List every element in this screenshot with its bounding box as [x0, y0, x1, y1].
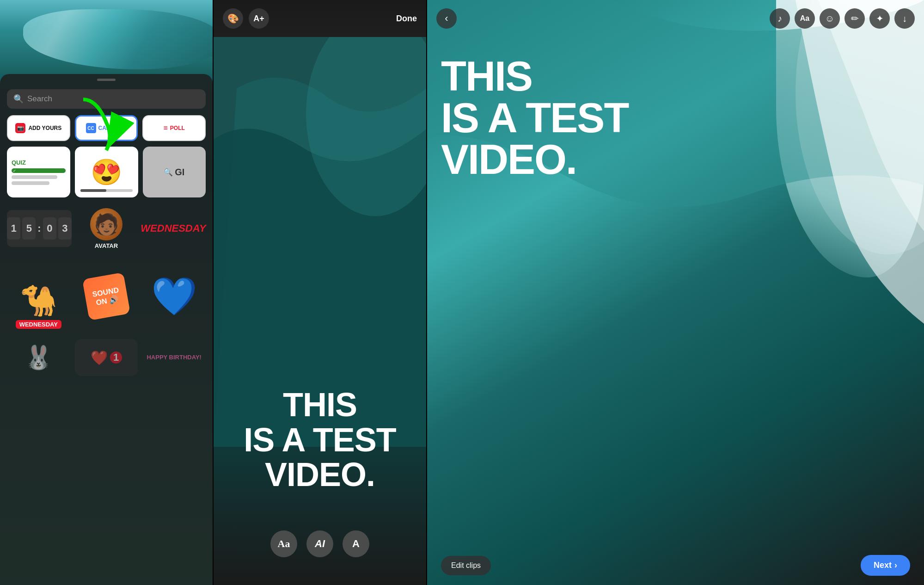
- sticker-add-yours[interactable]: 📷 ADD YOURS: [7, 115, 70, 141]
- download-icon: ↓: [902, 13, 907, 24]
- download-button[interactable]: ↓: [894, 8, 915, 29]
- quiz-label: QUIZ: [12, 159, 66, 166]
- poll-label: POLL: [170, 125, 185, 131]
- preview-bottom-bar: Edit clips Next ›: [427, 555, 924, 576]
- effects-button[interactable]: ✦: [869, 8, 890, 29]
- search-icon: 🔍: [13, 94, 24, 104]
- sticker-row-3: 1 5 : 0 3 🧑🏾 AVATAR WEDNESDAY: [7, 203, 206, 254]
- music-button[interactable]: ♪: [770, 8, 790, 29]
- timer-digit-m2: 3: [58, 217, 72, 240]
- back-chevron-icon: ‹: [445, 12, 448, 25]
- timer-digit-h1: 1: [7, 217, 20, 240]
- drag-handle[interactable]: [97, 79, 116, 81]
- heart-notif-icon: ❤️: [91, 350, 108, 366]
- preview-back-button[interactable]: ‹: [436, 8, 457, 29]
- caption-line2: IS A TEST: [227, 423, 412, 458]
- sound-inner: SOUNDON 🔊: [82, 272, 130, 320]
- sticker-rabbit[interactable]: 🐰: [7, 339, 70, 376]
- sticker-blue-heart[interactable]: 💙: [142, 264, 206, 329]
- text-button[interactable]: Aa: [795, 8, 815, 29]
- preview-tool-group: ♪ Aa ☺ ✏ ✦ ↓: [770, 8, 915, 29]
- editor-tool-group-left: 🎨 A+: [223, 8, 269, 29]
- emoji-face: 😍: [91, 157, 122, 187]
- editor-caption: THIS IS A TEST VIDEO.: [214, 388, 426, 493]
- preview-caption-line3: VIDEO.: [441, 139, 910, 180]
- gif-search-icon: 🔍: [164, 168, 173, 177]
- poll-icon: ≡: [164, 124, 168, 132]
- editor-caption-text: THIS IS A TEST VIDEO.: [227, 388, 412, 493]
- next-button-label: Next: [874, 560, 892, 570]
- pen-icon: ✏: [851, 13, 859, 24]
- happy-birthday-text: HAPPY BIRTHDAY!: [147, 354, 201, 362]
- gif-label: GI: [175, 167, 184, 178]
- rabbit-ears-emoji: 🐰: [24, 344, 53, 371]
- sparkle-icon: ✦: [876, 13, 884, 24]
- caption-line1: THIS: [227, 388, 412, 423]
- preview-caption-line2: IS A TEST: [441, 97, 910, 139]
- color-wheel-icon: 🎨: [227, 13, 239, 24]
- font-style-aa-button[interactable]: Aa: [270, 530, 297, 557]
- preview-caption-line1: THIS: [441, 55, 910, 97]
- sticker-row-4: 🐪 WEDNESDAY SOUNDON 🔊 💙: [7, 264, 206, 329]
- draw-button[interactable]: ✏: [844, 8, 865, 29]
- camera-icon: 📷: [15, 123, 25, 133]
- timer-digit-h2: 5: [22, 217, 36, 240]
- green-arrow-pointer: [69, 95, 134, 161]
- sticker-quiz[interactable]: QUIZ ✓: [7, 147, 70, 197]
- sound-text: SOUNDON 🔊: [92, 285, 121, 308]
- preview-toolbar: ‹ ♪ Aa ☺ ✏ ✦ ↓: [427, 8, 924, 29]
- preview-caption: THIS IS A TEST VIDEO.: [441, 55, 910, 180]
- sticker-avatar[interactable]: 🧑🏾 AVATAR: [76, 203, 136, 254]
- wednesday-text: WEDNESDAY: [141, 222, 206, 234]
- face-icon: ☺: [825, 13, 834, 24]
- font-style-ai-button[interactable]: AI: [306, 530, 333, 557]
- color-wheel-button[interactable]: 🎨: [223, 8, 243, 29]
- sticker-sound-on[interactable]: SOUNDON 🔊: [75, 264, 138, 329]
- avatar-label: AVATAR: [95, 242, 118, 249]
- sticker-happy-birthday[interactable]: HAPPY BIRTHDAY!: [142, 339, 206, 376]
- sticker-picker-panel: 🔍 Search 📷 ADD YOURS CC CAPTIONS ≡ POLL …: [0, 0, 213, 585]
- camel-label: WEDNESDAY: [16, 320, 61, 329]
- font-style-a-button[interactable]: A: [343, 530, 369, 557]
- next-button[interactable]: Next ›: [861, 555, 910, 576]
- preview-caption-text: THIS IS A TEST VIDEO.: [441, 55, 910, 180]
- caption-line3: VIDEO.: [227, 457, 412, 493]
- preview-panel: ‹ ♪ Aa ☺ ✏ ✦ ↓ THIS IS A TEST: [427, 0, 924, 585]
- heart-emoji: 💙: [151, 275, 197, 318]
- timer-digit-m1: 0: [43, 217, 56, 240]
- sticker-gif[interactable]: 🔍 GI: [143, 147, 206, 197]
- music-icon: ♪: [777, 13, 782, 24]
- timer-colon: :: [37, 222, 41, 234]
- next-chevron-icon: ›: [894, 560, 897, 570]
- text-icon: Aa: [800, 14, 809, 23]
- background-waves: [0, 0, 213, 74]
- editor-font-bar: Aa AI A: [214, 530, 426, 557]
- text-editor-panel: 🎨 A+ Done THIS IS A TEST VIDEO. Aa AI A: [214, 0, 426, 585]
- camel-emoji: 🐪: [20, 283, 57, 318]
- editor-done-button[interactable]: Done: [396, 14, 417, 24]
- notif-count: 1: [110, 351, 122, 363]
- emoji-slider: [80, 189, 133, 192]
- add-yours-label: ADD YOURS: [28, 125, 61, 131]
- text-format-button[interactable]: A+: [249, 8, 269, 29]
- sticker-wednesday[interactable]: WEDNESDAY: [141, 210, 206, 247]
- edit-clips-button[interactable]: Edit clips: [441, 556, 491, 575]
- editor-background: [214, 0, 426, 585]
- text-format-icon: A+: [253, 14, 264, 24]
- editor-toolbar: 🎨 A+ Done: [214, 8, 426, 29]
- sticker-timer[interactable]: 1 5 : 0 3: [7, 210, 72, 247]
- sticker-face-button[interactable]: ☺: [820, 8, 840, 29]
- sticker-heart-notification[interactable]: ❤️ 1: [75, 339, 138, 376]
- sticker-row-5: 🐰 ❤️ 1 HAPPY BIRTHDAY!: [7, 339, 206, 376]
- sticker-poll[interactable]: ≡ POLL: [142, 115, 206, 141]
- search-input-placeholder: Search: [27, 94, 52, 104]
- avatar-face: 🧑🏾: [90, 208, 122, 240]
- sticker-camel-wednesday[interactable]: 🐪 WEDNESDAY: [7, 264, 70, 329]
